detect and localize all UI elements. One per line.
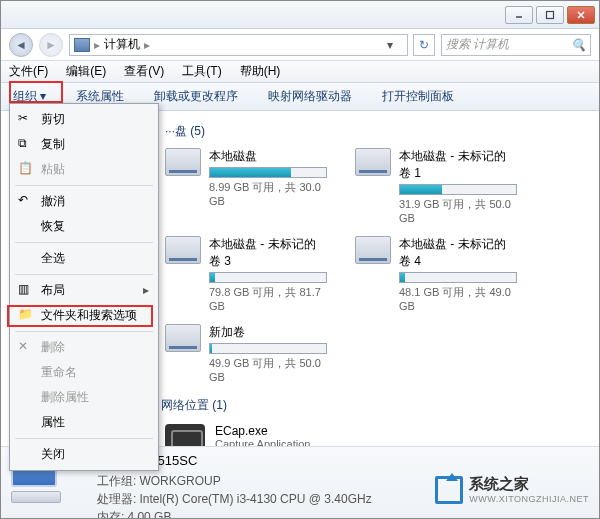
menu-view[interactable]: 查看(V) [122, 61, 166, 82]
dd-close[interactable]: 关闭 [13, 442, 155, 467]
watermark-name: 系统之家 [469, 475, 589, 494]
mem-value: 4.00 GB [127, 510, 171, 519]
menu-edit[interactable]: 编辑(E) [64, 61, 108, 82]
section-network: 网络位置 (1) [161, 393, 589, 418]
search-icon: 🔍 [571, 38, 586, 52]
drive-usage-bar [209, 167, 327, 178]
file-name: ECap.exe [215, 424, 310, 438]
dd-delete: ✕删除 [13, 335, 155, 360]
refresh-button[interactable]: ↻ [413, 34, 435, 56]
drive-icon [165, 236, 201, 264]
dd-removeprops: 删除属性 [13, 385, 155, 410]
nav-forward-button[interactable]: ► [39, 33, 63, 57]
address-bar[interactable]: ▸ 计算机 ▸ ▾ [69, 34, 408, 56]
separator [15, 274, 153, 275]
layout-icon: ▥ [18, 282, 32, 296]
address-dropdown-icon[interactable]: ▾ [387, 38, 403, 52]
drive-name: 本地磁盘 - 未标记的卷 1 [399, 148, 517, 182]
drive-icon [355, 148, 391, 176]
organize-dropdown: ✂剪切 ⧉复制 📋粘贴 ↶撤消 恢复 全选 ▥布局▸ 📁文件夹和搜索选项 ✕删除… [9, 103, 159, 471]
drive-name: 本地磁盘 - 未标记的卷 4 [399, 236, 517, 270]
svg-rect-1 [547, 11, 554, 18]
section-hdd: ···盘 (5) [165, 119, 589, 144]
separator [15, 438, 153, 439]
breadcrumb-sep: ▸ [144, 38, 150, 52]
drive-icon [165, 324, 201, 352]
workgroup-value: WORKGROUP [139, 474, 220, 488]
drive-free-text: 49.9 GB 可用，共 50.0 GB [209, 356, 327, 383]
drive-item[interactable]: 本地磁盘 - 未标记的卷 1 31.9 GB 可用，共 50.0 GB [351, 144, 521, 228]
toolbar-map-drive[interactable]: 映射网络驱动器 [262, 85, 358, 108]
breadcrumb-sep: ▸ [94, 38, 100, 52]
search-input[interactable]: 搜索 计算机 🔍 [441, 34, 591, 56]
toolbar-uninstall[interactable]: 卸载或更改程序 [148, 85, 244, 108]
separator [15, 185, 153, 186]
dd-redo[interactable]: 恢复 [13, 214, 155, 239]
separator [15, 242, 153, 243]
drive-name: 新加卷 [209, 324, 327, 341]
dd-cut[interactable]: ✂剪切 [13, 107, 155, 132]
cut-icon: ✂ [18, 111, 32, 125]
delete-icon: ✕ [18, 339, 32, 353]
separator [15, 331, 153, 332]
menu-file[interactable]: 文件(F) [7, 61, 50, 82]
undo-icon: ↶ [18, 193, 32, 207]
workgroup-label: 工作组: [97, 474, 136, 488]
folder-options-icon: 📁 [18, 307, 32, 321]
dd-layout[interactable]: ▥布局▸ [13, 278, 155, 303]
dd-selectall[interactable]: 全选 [13, 246, 155, 271]
drive-usage-bar [399, 272, 517, 283]
drive-item[interactable]: 本地磁盘 - 未标记的卷 3 79.8 GB 可用，共 81.7 GB [161, 232, 331, 316]
drive-usage-bar [209, 272, 327, 283]
drive-free-text: 31.9 GB 可用，共 50.0 GB [399, 197, 517, 224]
drive-usage-bar [209, 343, 327, 354]
drive-icon [355, 236, 391, 264]
cpu-label: 处理器: [97, 492, 136, 506]
drive-item[interactable]: 本地磁盘 - 未标记的卷 4 48.1 GB 可用，共 49.0 GB [351, 232, 521, 316]
drive-item[interactable]: 新加卷 49.9 GB 可用，共 50.0 GB [161, 320, 331, 387]
dd-rename: 重命名 [13, 360, 155, 385]
dd-properties[interactable]: 属性 [13, 410, 155, 435]
drive-name: 本地磁盘 - 未标记的卷 3 [209, 236, 327, 270]
menubar: 文件(F) 编辑(E) 查看(V) 工具(T) 帮助(H) [1, 61, 599, 83]
menu-help[interactable]: 帮助(H) [238, 61, 283, 82]
maximize-button[interactable] [536, 6, 564, 24]
drive-usage-bar [399, 184, 517, 195]
drive-name: 本地磁盘 [209, 148, 327, 165]
toolbar-control-panel[interactable]: 打开控制面板 [376, 85, 460, 108]
drive-free-text: 79.8 GB 可用，共 81.7 GB [209, 285, 327, 312]
copy-icon: ⧉ [18, 136, 32, 150]
paste-icon: 📋 [18, 161, 32, 175]
chevron-right-icon: ▸ [143, 283, 149, 297]
breadcrumb-location[interactable]: 计算机 [104, 36, 140, 53]
computer-icon [74, 38, 90, 52]
dd-paste: 📋粘贴 [13, 157, 155, 182]
watermark: 系统之家 WWW.XITONGZHIJIA.NET [435, 475, 589, 504]
dd-copy[interactable]: ⧉复制 [13, 132, 155, 157]
nav-back-button[interactable]: ◄ [9, 33, 33, 57]
dd-undo[interactable]: ↶撤消 [13, 189, 155, 214]
drive-free-text: 8.99 GB 可用，共 30.0 GB [209, 180, 327, 207]
search-placeholder: 搜索 计算机 [446, 36, 509, 53]
main-panel: ···盘 (5) 本地磁盘 8.99 GB 可用，共 30.0 GB 本地磁盘 … [151, 111, 599, 451]
watermark-url: WWW.XITONGZHIJIA.NET [469, 494, 589, 504]
drive-free-text: 48.1 GB 可用，共 49.0 GB [399, 285, 517, 312]
drive-icon [165, 148, 201, 176]
menu-tools[interactable]: 工具(T) [180, 61, 223, 82]
cpu-value: Intel(R) Core(TM) i3-4130 CPU @ 3.40GHz [139, 492, 371, 506]
mem-label: 内存: [97, 510, 124, 519]
drive-item[interactable]: 本地磁盘 8.99 GB 可用，共 30.0 GB [161, 144, 331, 228]
minimize-button[interactable] [505, 6, 533, 24]
watermark-logo-icon [435, 476, 463, 504]
dd-folder-options[interactable]: 📁文件夹和搜索选项 [13, 303, 155, 328]
close-button[interactable] [567, 6, 595, 24]
